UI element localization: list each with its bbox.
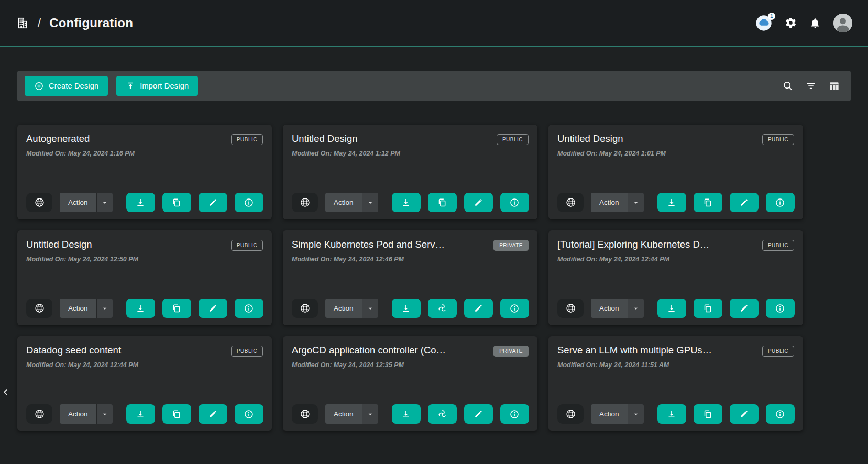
gear-icon — [785, 17, 797, 29]
clone-button[interactable] — [428, 193, 457, 212]
edit-button[interactable] — [199, 299, 227, 318]
card-header: [Tutorial] Exploring Kubernetes D… PUBLI… — [557, 239, 794, 251]
visibility-globe-button[interactable] — [292, 404, 318, 424]
import-design-button[interactable]: Import Design — [116, 76, 198, 96]
action-button[interactable]: Action — [325, 404, 362, 424]
action-button[interactable]: Action — [591, 193, 628, 212]
edit-button[interactable] — [199, 404, 227, 424]
clone-button[interactable] — [162, 193, 191, 212]
info-button[interactable] — [500, 299, 529, 318]
download-button[interactable] — [657, 299, 686, 318]
edit-pencil-icon — [739, 303, 749, 313]
info-button[interactable] — [500, 193, 529, 212]
edit-button[interactable] — [730, 404, 759, 424]
open-in-kanvas-button[interactable] — [428, 404, 457, 424]
clone-button[interactable] — [694, 404, 722, 424]
info-button[interactable] — [235, 299, 263, 318]
edit-button[interactable] — [730, 193, 759, 212]
caret-down-icon — [366, 198, 375, 207]
action-button-label: Action — [68, 410, 88, 418]
table-view-button[interactable] — [828, 80, 840, 92]
action-button[interactable]: Action — [591, 299, 628, 318]
action-button[interactable]: Action — [325, 193, 362, 212]
visibility-globe-button[interactable] — [292, 193, 318, 212]
design-title: Untitled Design — [557, 133, 762, 145]
action-button[interactable]: Action — [591, 404, 628, 424]
edit-button[interactable] — [464, 299, 493, 318]
visibility-globe-button[interactable] — [557, 193, 584, 212]
download-button[interactable] — [392, 404, 421, 424]
clone-button[interactable] — [162, 299, 191, 318]
visibility-globe-button[interactable] — [557, 299, 584, 318]
visibility-globe-button[interactable] — [26, 193, 52, 212]
card-header: Autogenerated PUBLIC — [26, 133, 263, 145]
action-button[interactable]: Action — [60, 404, 96, 424]
caret-down-icon — [632, 304, 640, 313]
search-button[interactable] — [782, 80, 794, 92]
action-dropdown-caret[interactable] — [96, 404, 113, 424]
info-icon — [244, 303, 254, 314]
clone-button[interactable] — [694, 193, 722, 212]
design-card: Simple Kubernetes Pod and Serv… PRIVATE … — [283, 230, 537, 325]
modified-on-text: Modified On: May 24, 2024 11:51 AM — [557, 361, 794, 369]
create-design-label: Create Design — [49, 82, 98, 90]
profile-avatar-button[interactable] — [833, 14, 852, 32]
info-button[interactable] — [235, 193, 263, 212]
cloud-account-button[interactable]: 1 — [755, 15, 772, 31]
visibility-badge: PUBLIC — [231, 134, 263, 145]
visibility-badge: PUBLIC — [762, 240, 794, 251]
create-design-button[interactable]: Create Design — [25, 76, 108, 96]
clone-button[interactable] — [162, 404, 191, 424]
edit-button[interactable] — [730, 299, 759, 318]
action-button[interactable]: Action — [60, 193, 96, 212]
info-button[interactable] — [766, 193, 795, 212]
filter-button[interactable] — [805, 80, 817, 92]
action-dropdown-caret[interactable] — [96, 193, 113, 212]
copy-icon — [702, 197, 713, 208]
info-button[interactable] — [766, 299, 795, 318]
search-icon — [782, 80, 794, 92]
download-button[interactable] — [657, 193, 686, 212]
breadcrumb: / Configuration — [16, 16, 133, 30]
notifications-button[interactable] — [809, 17, 821, 29]
action-split-button: Action — [60, 193, 113, 212]
design-card: Serve an LLM with multiple GPUs… PUBLIC … — [548, 336, 803, 431]
action-dropdown-caret[interactable] — [362, 404, 378, 424]
settings-button[interactable] — [785, 17, 797, 29]
action-dropdown-caret[interactable] — [96, 299, 113, 318]
visibility-globe-button[interactable] — [26, 299, 52, 318]
design-grid: Autogenerated PUBLIC Modified On: May 24… — [17, 125, 851, 431]
action-dropdown-caret[interactable] — [362, 299, 378, 318]
action-dropdown-caret[interactable] — [628, 404, 644, 424]
action-button[interactable]: Action — [325, 299, 362, 318]
info-button[interactable] — [766, 404, 795, 424]
action-dropdown-caret[interactable] — [628, 299, 644, 318]
download-button[interactable] — [657, 404, 686, 424]
download-button[interactable] — [126, 299, 155, 318]
visibility-globe-button[interactable] — [292, 299, 318, 318]
globe-icon — [300, 197, 311, 208]
download-button[interactable] — [392, 193, 421, 212]
download-button[interactable] — [126, 404, 155, 424]
edit-button[interactable] — [464, 404, 493, 424]
action-button-label: Action — [599, 410, 619, 418]
action-dropdown-caret[interactable] — [362, 193, 378, 212]
visibility-globe-button[interactable] — [26, 404, 52, 424]
edit-button[interactable] — [199, 193, 227, 212]
info-button[interactable] — [500, 404, 529, 424]
info-button[interactable] — [235, 404, 263, 424]
visibility-badge: PUBLIC — [762, 346, 794, 357]
edit-button[interactable] — [464, 193, 493, 212]
sidebar-expand-button[interactable] — [0, 385, 12, 400]
visibility-globe-button[interactable] — [557, 404, 584, 424]
card-header: Serve an LLM with multiple GPUs… PUBLIC — [557, 345, 794, 357]
clone-button[interactable] — [694, 299, 722, 318]
open-in-kanvas-button[interactable] — [428, 299, 457, 318]
download-button[interactable] — [126, 193, 155, 212]
download-button[interactable] — [392, 299, 421, 318]
card-actions: Action — [557, 404, 794, 424]
design-card: Autogenerated PUBLIC Modified On: May 24… — [17, 125, 272, 219]
action-dropdown-caret[interactable] — [628, 193, 644, 212]
caret-down-icon — [366, 304, 375, 313]
action-button[interactable]: Action — [60, 299, 96, 318]
